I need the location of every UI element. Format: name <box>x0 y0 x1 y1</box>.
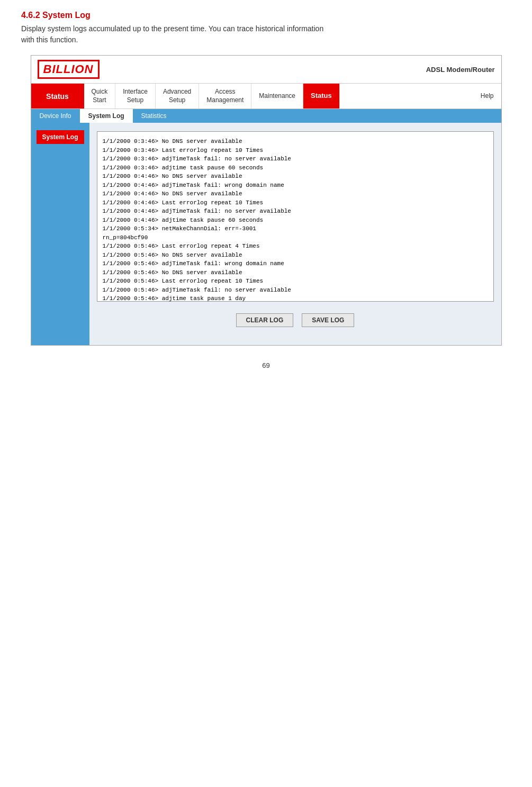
save-log-button[interactable]: SAVE LOG <box>302 313 354 327</box>
nav-bar: Status QuickStart InterfaceSetup Advance… <box>31 84 501 109</box>
nav-item-help[interactable]: Help <box>473 84 501 108</box>
router-header: BILLION ADSL Modem/Router <box>31 56 501 84</box>
content-area: System Log 1/1/2000 0:3:46> No DNS serve… <box>31 123 501 345</box>
section-title: 4.6.2 System Log <box>21 11 511 20</box>
nav-item-status[interactable]: Status <box>303 84 340 108</box>
page-number: 69 <box>21 361 511 369</box>
sidebar: System Log <box>31 123 89 345</box>
main-content: 1/1/2000 0:3:46> No DNS server available… <box>89 123 501 345</box>
logo-box: BILLION <box>38 60 100 79</box>
log-container: 1/1/2000 0:3:46> No DNS server available… <box>97 131 494 302</box>
nav-item-interface-setup[interactable]: InterfaceSetup <box>115 84 156 108</box>
nav-item-maintenance[interactable]: Maintenance <box>251 84 303 108</box>
nav-item-quick-start[interactable]: QuickStart <box>84 84 116 108</box>
page-description: Display system logs accumulated up to th… <box>21 23 511 46</box>
log-text[interactable]: 1/1/2000 0:3:46> No DNS server available… <box>97 132 493 301</box>
device-label: ADSL Modem/Router <box>426 66 495 74</box>
router-ui: BILLION ADSL Modem/Router Status QuickSt… <box>31 55 502 346</box>
nav-item-advanced-setup[interactable]: AdvancedSetup <box>156 84 199 108</box>
sub-nav-device-info[interactable]: Device Info <box>31 109 80 123</box>
button-row: CLEAR LOG SAVE LOG <box>97 308 494 330</box>
sidebar-system-log-label: System Log <box>37 130 84 144</box>
sub-nav: Device Info System Log Statistics <box>31 109 501 123</box>
nav-status-left: Status <box>31 84 84 108</box>
clear-log-button[interactable]: CLEAR LOG <box>236 313 294 327</box>
nav-item-access-management[interactable]: AccessManagement <box>199 84 251 108</box>
sub-nav-statistics[interactable]: Statistics <box>133 109 175 123</box>
sub-nav-system-log[interactable]: System Log <box>80 109 133 123</box>
brand-logo: BILLION <box>38 60 100 79</box>
